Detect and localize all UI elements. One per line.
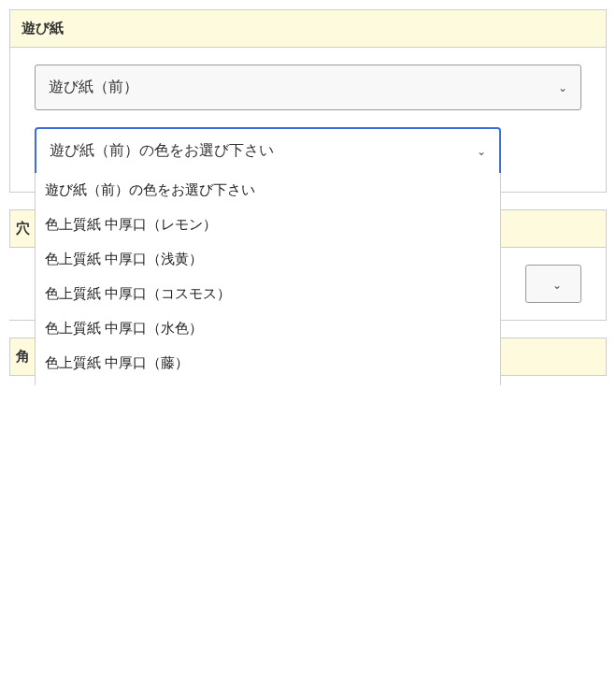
dropdown-option[interactable]: 色上質紙 中厚口（黒）: [36, 381, 500, 385]
select-value: 遊び紙（前）: [49, 78, 138, 97]
select-row-1: 遊び紙（前） ⌄: [35, 65, 581, 110]
section-title: 遊び紙: [10, 10, 606, 48]
section-body: 遊び紙（前） ⌄ 遊び紙（前）の色をお選び下さい ⌄ 遊び紙（前）の色をお選び下…: [10, 48, 606, 192]
dropdown-list: 遊び紙（前）の色をお選び下さい色上質紙 中厚口（レモン）色上質紙 中厚口（浅黄）…: [35, 173, 501, 385]
chevron-down-icon: ⌄: [552, 279, 562, 292]
asobigami-position-select[interactable]: 遊び紙（前） ⌄: [35, 65, 581, 110]
asobigami-color-select[interactable]: 遊び紙（前）の色をお選び下さい ⌄: [35, 127, 501, 175]
dropdown-option[interactable]: 色上質紙 中厚口（コスモス）: [36, 277, 500, 311]
dropdown-option[interactable]: 色上質紙 中厚口（レモン）: [36, 208, 500, 242]
dropdown-option[interactable]: 遊び紙（前）の色をお選び下さい: [36, 173, 500, 208]
chevron-down-icon: ⌄: [477, 145, 486, 158]
dropdown-option[interactable]: 色上質紙 中厚口（藤）: [36, 346, 500, 381]
dropdown-option[interactable]: 色上質紙 中厚口（水色）: [36, 311, 500, 346]
asobigami-section: 遊び紙 遊び紙（前） ⌄ 遊び紙（前）の色をお選び下さい ⌄ 遊び紙（前）の色を…: [9, 9, 607, 193]
select-value: 遊び紙（前）の色をお選び下さい: [50, 141, 274, 161]
chevron-down-icon: ⌄: [558, 81, 567, 94]
dropdown-option[interactable]: 色上質紙 中厚口（浅黄）: [36, 242, 500, 277]
select-row-2: 遊び紙（前）の色をお選び下さい ⌄ 遊び紙（前）の色をお選び下さい色上質紙 中厚…: [35, 127, 581, 175]
ana-select[interactable]: ⌄: [525, 265, 581, 303]
